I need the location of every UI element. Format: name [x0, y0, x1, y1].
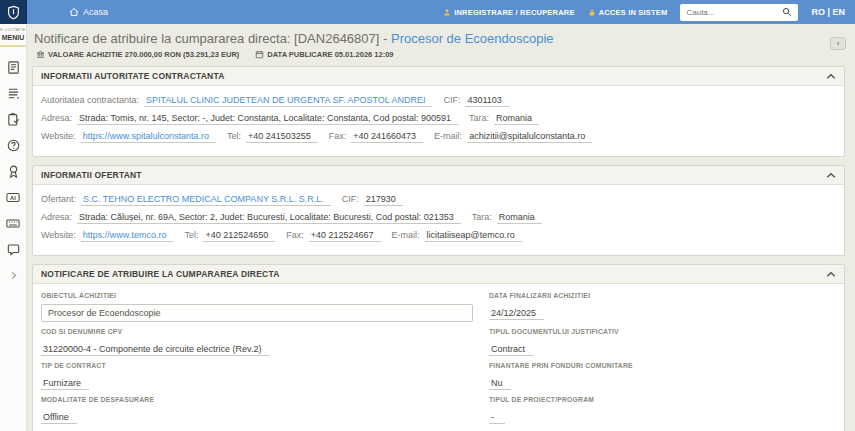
bidder-website-link[interactable]: https://www.temco.ro	[81, 230, 174, 242]
ai-icon[interactable]: AI	[5, 189, 22, 206]
access-link-label: ACCES IN SISTEM	[599, 8, 668, 17]
bidder-name-row: Ofertant: S.C. TEHNO ELECTRO MEDICAL COM…	[41, 194, 836, 206]
authority-name-link[interactable]: SPITALUL CLINIC JUDETEAN DE URGENTA SF. …	[144, 95, 432, 107]
search-input[interactable]	[686, 8, 778, 17]
bidder-address-label: Adresa:	[41, 212, 72, 222]
field-label: TIP DE CONTRACT	[41, 362, 473, 369]
nav-home-label: Acasa	[83, 7, 108, 17]
register-link-label: INREGISTRARE / RECUPERARE	[454, 8, 574, 17]
notification-row: MODALITATE DE DESFASURARE Offline TIPUL …	[41, 396, 836, 424]
authority-card-header: INFORMATII AUTORITATE CONTRACTANTA	[33, 67, 844, 86]
authority-section-title: INFORMATII AUTORITATE CONTRACTANTA	[41, 71, 225, 81]
field-cod-cpv: COD SI DENUMIRE CPV 31220000-4 - Compone…	[41, 328, 473, 356]
bidder-card-body: Ofertant: S.C. TEHNO ELECTRO MEDICAL COM…	[33, 185, 844, 255]
clipboard-check-icon[interactable]	[5, 111, 22, 128]
bidder-tel-value: +40 212524650	[203, 230, 275, 242]
chevron-right-icon[interactable]	[5, 267, 22, 284]
meta-date-item: DATA PUBLICARE 05.01.2026 12:09	[255, 50, 393, 59]
notification-card-header: NOTIFICARE DE ATRIBUIRE LA CUMPARAREA DI…	[33, 265, 844, 284]
chevron-up-icon[interactable]	[826, 172, 836, 179]
field-label: FINANTARE PRIN FONDURI COMUNITARE	[489, 362, 836, 369]
lock-icon	[588, 8, 596, 17]
field-tip-contract: TIP DE CONTRACT Furnizare	[41, 362, 473, 390]
page-title-prefix: Notificare de atribuire la cumpararea di…	[34, 31, 391, 46]
bidder-cif-value: 217930	[364, 194, 403, 206]
language-toggle[interactable]: RO | EN	[811, 7, 845, 17]
bidder-section-title: INFORMATII OFERTANT	[41, 170, 142, 180]
field-value: 31220000-4 - Componente de circuite elec…	[41, 344, 269, 356]
main-content: ‹ Notificare de atribuire la cumpararea …	[27, 24, 855, 431]
authority-address-row: Adresa: Strada: Tomis, nr. 145, Sector: …	[41, 113, 836, 125]
chat-icon[interactable]	[5, 241, 22, 258]
authority-fax-value: +40 241660473	[351, 131, 423, 143]
chevron-up-icon[interactable]	[826, 73, 836, 80]
field-value: -	[489, 412, 505, 424]
field-value: Offline	[41, 412, 77, 424]
page-title: Notificare de atribuire la cumpararea di…	[32, 31, 845, 46]
bidder-country-value: Romania	[497, 212, 542, 224]
award-icon[interactable]	[5, 163, 22, 180]
field-value: Nu	[489, 378, 511, 390]
bidder-address-row: Adresa: Strada: Călușei, nr. 69A, Sector…	[41, 212, 836, 224]
notification-section-title: NOTIFICARE DE ATRIBUIRE LA CUMPARAREA DI…	[41, 269, 280, 279]
field-label: OBIECTUL ACHIZITIEI	[41, 292, 473, 299]
field-value: Furnizare	[41, 378, 89, 390]
bidder-website-label: Website:	[41, 230, 76, 240]
bidder-contact-row: Website: https://www.temco.ro Tel: +40 2…	[41, 230, 836, 242]
user-icon	[443, 8, 451, 17]
authority-tel-value: +40 241503255	[246, 131, 318, 143]
obiectul-achizitiei-input[interactable]	[41, 304, 473, 322]
authority-website-label: Website:	[41, 131, 76, 141]
help-icon[interactable]	[5, 137, 22, 154]
bidder-name-label: Ofertant:	[41, 194, 76, 204]
field-label: TIPUL DE PROIECT/PROGRAM	[489, 396, 836, 403]
authority-card: INFORMATII AUTORITATE CONTRACTANTA Autor…	[32, 66, 845, 157]
authority-country-value: Romania	[494, 113, 539, 125]
page-title-link[interactable]: Procesor de Ecoendoscopie	[391, 31, 554, 46]
field-obiectul-achizitiei: OBIECTUL ACHIZITIEI	[41, 292, 473, 322]
left-sidebar: E-LICITATIE MENIU AI	[0, 24, 27, 431]
field-label: DATA FINALIZARII ACHIZITIEI	[489, 292, 836, 299]
sidebar-divider	[0, 45, 26, 47]
field-value: 24/12/2025	[489, 308, 544, 320]
bank-icon	[36, 50, 45, 59]
topbar-right: INREGISTRARE / RECUPERARE ACCES IN SISTE…	[443, 4, 855, 21]
authority-cif-value: 4301103	[465, 95, 508, 107]
nav-home[interactable]: Acasa	[69, 7, 108, 17]
meta-date-label: DATA PUBLICARE 05.01.2026 12:09	[267, 50, 393, 59]
field-modalitate-desfasurare: MODALITATE DE DESFASURARE Offline	[41, 396, 473, 424]
list-icon[interactable]	[5, 85, 22, 102]
search-icon[interactable]	[782, 7, 792, 17]
field-label: COD SI DENUMIRE CPV	[41, 328, 473, 335]
field-label: TIPUL DOCUMENTULUI JUSTIFICATIV	[489, 328, 836, 335]
notification-row: COD SI DENUMIRE CPV 31220000-4 - Compone…	[41, 328, 836, 356]
authority-cif-label: CIF:	[443, 95, 460, 105]
authority-tel-label: Tel:	[227, 131, 241, 141]
keyboard-icon[interactable]	[5, 215, 22, 232]
authority-email-label: E-mail:	[434, 131, 462, 141]
field-finantare-fonduri: FINANTARE PRIN FONDURI COMUNITARE Nu	[489, 362, 836, 390]
top-navbar: Acasa INREGISTRARE / RECUPERARE ACCES IN…	[0, 0, 855, 24]
bidder-fax-label: Fax:	[286, 230, 304, 240]
meta-value-label: VALOARE ACHIZITIE 270.000,00 RON (53.291…	[48, 50, 239, 59]
bidder-fax-value: +40 212524667	[309, 230, 381, 242]
chevron-up-icon[interactable]	[826, 271, 836, 278]
bidder-card: INFORMATII OFERTANT Ofertant: S.C. TEHNO…	[32, 165, 845, 256]
meta-value-item: VALOARE ACHIZITIE 270.000,00 RON (53.291…	[36, 50, 239, 59]
access-link[interactable]: ACCES IN SISTEM	[588, 8, 668, 17]
bidder-card-header: INFORMATII OFERTANT	[33, 166, 844, 185]
authority-fax-label: Fax:	[329, 131, 347, 141]
register-link[interactable]: INREGISTRARE / RECUPERARE	[443, 8, 574, 17]
bidder-address-value: Strada: Călușei, nr. 69A, Sector: 2, Jud…	[77, 212, 461, 224]
home-icon	[69, 7, 79, 17]
bidder-email-value: licitatiiseap@temco.ro	[425, 230, 522, 242]
bidder-name-link[interactable]: S.C. TEHNO ELECTRO MEDICAL COMPANY S.R.L…	[81, 194, 331, 206]
bidder-email-label: E-mail:	[392, 230, 420, 240]
bidder-tel-label: Tel:	[184, 230, 198, 240]
sidebar-icon-list: AI	[5, 59, 22, 284]
authority-address-value: Strada: Tomis, nr. 145, Sector: -, Judet…	[77, 113, 458, 125]
authority-website-link[interactable]: https://www.spitalulconstanta.ro	[81, 131, 216, 143]
app-logo[interactable]	[0, 0, 27, 24]
news-icon[interactable]	[5, 59, 22, 76]
collapse-page-button[interactable]: ‹	[830, 37, 846, 50]
